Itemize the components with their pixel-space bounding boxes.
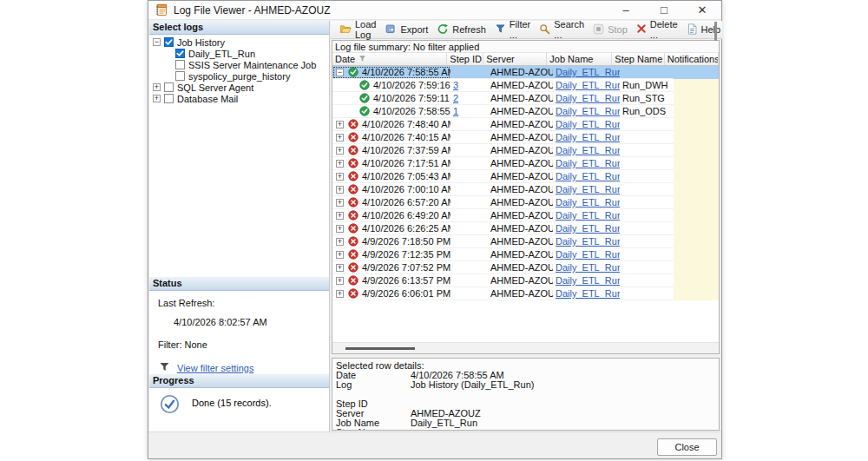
job-name-link[interactable]: Daily_ETL_Run xyxy=(556,132,620,142)
log-row[interactable]: +4/10/2026 7:37:59 AMAHMED-AZOUZDaily_ET… xyxy=(332,144,719,157)
log-row[interactable]: +4/9/2026 6:13:57 PMAHMED-AZOUZDaily_ETL… xyxy=(332,274,719,287)
log-row[interactable]: 4/10/2026 7:59:16 AM3AHMED-AZOUZDaily_ET… xyxy=(332,79,719,92)
row-expander-icon[interactable]: + xyxy=(336,251,344,259)
tree-item-database-mail[interactable]: +Database Mail xyxy=(149,93,329,104)
row-expander-icon[interactable]: + xyxy=(336,212,344,220)
details-vertical-scrollbar-thumb[interactable] xyxy=(714,22,717,41)
job-name-cell: Daily_ETL_Run xyxy=(553,287,620,300)
date-cell: +4/10/2026 6:57:20 AM xyxy=(332,196,450,209)
log-row[interactable]: +4/10/2026 7:48:40 AMAHMED-AZOUZDaily_ET… xyxy=(332,118,719,131)
tree-expander-icon[interactable]: + xyxy=(153,83,161,91)
step-id-link[interactable]: 1 xyxy=(453,106,458,116)
row-expander-icon[interactable]: + xyxy=(336,134,344,142)
job-name-link[interactable]: Daily_ETL_Run xyxy=(556,210,620,221)
tree-checkbox[interactable] xyxy=(164,94,174,103)
job-name-link[interactable]: Daily_ETL_Run xyxy=(556,288,620,299)
job-name-link[interactable]: Daily_ETL_Run xyxy=(556,236,620,247)
row-expander-icon[interactable]: + xyxy=(336,173,344,181)
log-row[interactable]: +4/9/2026 7:12:35 PMAHMED-AZOUZDaily_ETL… xyxy=(332,248,719,261)
job-name-link[interactable]: Daily_ETL_Run xyxy=(556,119,620,129)
log-file-viewer-window: Log File Viewer - AHMED-AZOUZ – □ ✕ Sele… xyxy=(148,0,722,459)
column-header-step-name[interactable]: Step Name xyxy=(612,53,664,65)
row-expander-icon[interactable]: + xyxy=(336,147,344,155)
column-header-step-id[interactable]: Step ID xyxy=(447,53,483,65)
tree-checkbox[interactable] xyxy=(175,49,185,58)
toolbar-button-refresh[interactable]: Refresh xyxy=(432,22,490,38)
job-name-link[interactable]: Daily_ETL_Run xyxy=(556,158,620,168)
refresh-icon xyxy=(437,23,449,36)
log-row[interactable]: +4/10/2026 7:40:15 AMAHMED-AZOUZDaily_ET… xyxy=(332,131,719,144)
step-id-link[interactable]: 2 xyxy=(453,93,458,103)
row-expander-icon[interactable]: + xyxy=(336,238,344,246)
tree-item-job-history[interactable]: −Job History xyxy=(149,36,329,48)
row-expander-icon[interactable]: + xyxy=(336,186,344,194)
job-name-link[interactable]: Daily_ETL_Run xyxy=(556,67,620,77)
tree-item-ssis-server-maintenance-job[interactable]: SSIS Server Maintenance Job xyxy=(149,59,329,70)
toolbar-button-filter[interactable]: Filter ... xyxy=(490,17,535,42)
row-expander-icon[interactable]: + xyxy=(336,264,344,272)
tree-item-syspolicy-purge-history[interactable]: syspolicy_purge_history xyxy=(149,70,329,82)
job-name-link[interactable]: Daily_ETL_Run xyxy=(556,249,620,260)
log-row[interactable]: 4/10/2026 7:58:55 AM1AHMED-AZOUZDaily_ET… xyxy=(332,105,719,118)
row-expander-icon[interactable]: + xyxy=(336,199,344,207)
log-row[interactable]: +4/9/2026 7:18:50 PMAHMED-AZOUZDaily_ETL… xyxy=(332,235,719,248)
job-name-link[interactable]: Daily_ETL_Run xyxy=(556,93,620,103)
close-button[interactable]: Close xyxy=(657,438,717,456)
horizontal-scrollbar-thumb[interactable] xyxy=(345,347,415,350)
horizontal-scrollbar[interactable] xyxy=(332,342,719,353)
toolbar-button-load-log[interactable]: Load Log xyxy=(335,17,380,42)
job-name-link[interactable]: Daily_ETL_Run xyxy=(556,275,620,286)
job-name-link[interactable]: Daily_ETL_Run xyxy=(556,184,620,194)
tree-checkbox[interactable] xyxy=(175,60,185,69)
log-row[interactable]: +4/9/2026 7:07:52 PMAHMED-AZOUZDaily_ETL… xyxy=(332,261,719,274)
row-expander-icon[interactable]: + xyxy=(336,225,344,233)
view-filter-settings-link[interactable]: View filter settings xyxy=(177,363,253,373)
row-expander-icon[interactable]: − xyxy=(336,69,344,76)
maximize-button[interactable]: □ xyxy=(645,1,683,19)
column-header-server[interactable]: Server xyxy=(483,53,547,65)
tree-checkbox[interactable] xyxy=(164,82,174,92)
row-expander-icon[interactable]: + xyxy=(336,277,344,285)
job-name-link[interactable]: Daily_ETL_Run xyxy=(556,106,620,116)
toolbar-button-export[interactable]: Export xyxy=(380,22,432,38)
close-window-button[interactable]: ✕ xyxy=(683,1,721,19)
date-cell: +4/10/2026 7:17:51 AM xyxy=(332,157,450,170)
tree-expander-icon[interactable]: − xyxy=(153,38,161,46)
log-row[interactable]: 4/10/2026 7:59:11 AM2AHMED-AZOUZDaily_ET… xyxy=(332,92,719,105)
column-header-notifications[interactable]: Notifications xyxy=(665,53,719,65)
job-name-link[interactable]: Daily_ETL_Run xyxy=(556,262,620,273)
tree-item-sql-server-agent[interactable]: +SQL Server Agent xyxy=(149,82,329,93)
step-id-link[interactable]: 3 xyxy=(453,80,458,90)
minimize-button[interactable]: – xyxy=(607,1,645,19)
toolbar-button-stop[interactable]: Stop xyxy=(589,22,632,38)
toolbar-button-delete[interactable]: Delete ... xyxy=(632,17,682,42)
job-name-cell: Daily_ETL_Run xyxy=(553,209,620,222)
log-row[interactable]: +4/10/2026 6:57:20 AMAHMED-AZOUZDaily_ET… xyxy=(332,196,719,209)
log-row[interactable]: +4/10/2026 7:17:51 AMAHMED-AZOUZDaily_ET… xyxy=(332,157,719,170)
row-expander-icon[interactable]: + xyxy=(336,160,344,168)
column-header-job-name[interactable]: Job Name xyxy=(547,53,612,65)
job-name-link[interactable]: Daily_ETL_Run xyxy=(556,80,620,90)
job-name-link[interactable]: Daily_ETL_Run xyxy=(556,171,620,181)
job-name-link[interactable]: Daily_ETL_Run xyxy=(556,223,620,234)
job-name-link[interactable]: Daily_ETL_Run xyxy=(556,197,620,207)
job-name-cell: Daily_ETL_Run xyxy=(553,66,620,79)
log-row[interactable]: +4/10/2026 6:49:20 AMAHMED-AZOUZDaily_ET… xyxy=(332,209,719,222)
log-row[interactable]: +4/10/2026 6:26:25 AMAHMED-AZOUZDaily_ET… xyxy=(332,222,719,235)
log-row[interactable]: −4/10/2026 7:58:55 AMAHMED-AZOUZDaily_ET… xyxy=(332,66,719,79)
row-expander-icon[interactable]: + xyxy=(336,121,344,128)
log-row[interactable]: +4/10/2026 7:00:10 AMAHMED-AZOUZDaily_ET… xyxy=(332,183,719,196)
row-expander-icon[interactable]: + xyxy=(336,290,344,298)
tree-expander-icon[interactable]: + xyxy=(153,95,161,102)
tree-checkbox[interactable] xyxy=(175,71,185,81)
log-row[interactable]: +4/10/2026 7:05:43 AMAHMED-AZOUZDaily_ET… xyxy=(332,170,719,183)
step-name-cell xyxy=(620,118,674,131)
progress-done-text: Done (15 records). xyxy=(192,398,272,408)
column-header-date[interactable]: Date xyxy=(332,53,447,65)
tree-checkbox[interactable] xyxy=(164,37,174,47)
tree-item-daily-etl-run[interactable]: Daily_ETL_Run xyxy=(149,48,329,59)
job-name-link[interactable]: Daily_ETL_Run xyxy=(556,145,620,155)
log-row[interactable]: +4/9/2026 6:06:01 PMAHMED-AZOUZDaily_ETL… xyxy=(332,287,719,300)
toolbar-button-search[interactable]: Search ... xyxy=(535,17,589,42)
toolbar-button-help[interactable]: Help xyxy=(682,22,726,38)
